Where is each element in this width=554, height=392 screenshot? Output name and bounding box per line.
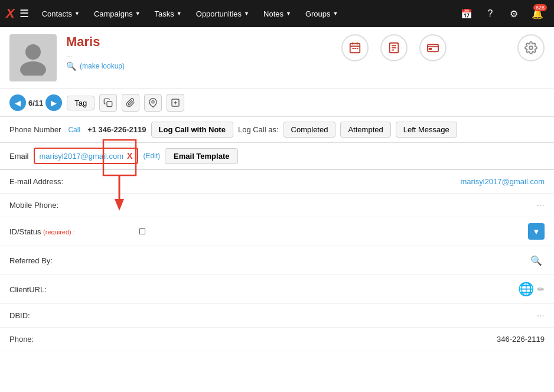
calendar-action-icon[interactable] xyxy=(341,34,369,61)
nav-contacts[interactable]: Contacts ▼ xyxy=(36,0,86,27)
hamburger-icon[interactable]: ☰ xyxy=(19,7,29,20)
status-dropdown-button[interactable]: ▼ xyxy=(528,223,545,240)
email-address-link[interactable]: marisyl2017@gmail.com xyxy=(40,152,124,161)
location-icon[interactable] xyxy=(144,94,162,112)
checkbox-icon xyxy=(139,228,145,234)
field-label-clienturl: ClientURL: xyxy=(9,285,128,294)
help-icon[interactable]: ? xyxy=(480,3,501,24)
svg-rect-15 xyxy=(429,48,432,50)
logo-area: X ☰ xyxy=(6,6,29,21)
field-label-dbid: DBID: xyxy=(9,311,128,320)
tag-button[interactable]: Tag xyxy=(67,96,94,110)
phone-number-value: +1 346-226-2119 xyxy=(87,125,146,134)
calendar-icon[interactable]: 📅 xyxy=(456,3,477,24)
svg-rect-17 xyxy=(107,102,112,107)
field-dbid: DBID: ··· xyxy=(0,304,554,328)
profile-search-row: 🔍 (make lookup) xyxy=(66,61,341,71)
left-message-button[interactable]: Left Message xyxy=(396,122,457,138)
email-template-button[interactable]: Email Template xyxy=(165,148,238,164)
field-value-mobile: ··· xyxy=(128,200,545,211)
nav-groups[interactable]: Groups ▼ xyxy=(299,0,344,27)
search-icon[interactable]: 🔍 xyxy=(66,61,76,71)
prev-button[interactable]: ◀ xyxy=(9,94,26,111)
edit-email-link[interactable]: (Edit) xyxy=(143,152,160,160)
field-label-email: E-mail Address: xyxy=(9,177,128,186)
field-phone: Phone: 346-226-2119 xyxy=(0,328,554,351)
field-email-address: E-mail Address: marisyl2017@gmail.com xyxy=(0,170,554,194)
profile-actions xyxy=(341,34,545,61)
field-label-referredby: Referred By: xyxy=(9,256,128,265)
log-call-as-label: Log Call as: xyxy=(238,125,279,134)
notification-badge: 626 xyxy=(533,4,547,11)
chevron-down-icon: ▼ xyxy=(333,11,338,17)
remove-email-button[interactable]: X xyxy=(127,151,132,161)
completed-button[interactable]: Completed xyxy=(283,122,336,138)
field-action-idstatus: ▼ xyxy=(528,223,545,240)
field-value-dbid: ··· xyxy=(537,311,545,321)
settings-action-icon[interactable] xyxy=(517,34,545,61)
make-lookup-link[interactable]: (make lookup) xyxy=(80,62,125,70)
field-value-phone: 346-226-2119 xyxy=(128,335,545,344)
field-label-idstatus: ID/Status (required) : xyxy=(9,227,128,236)
notes-action-icon[interactable] xyxy=(380,34,408,61)
profile-section: Maris ... 🔍 (make lookup) xyxy=(0,27,554,89)
search-icon[interactable]: 🔍 xyxy=(528,252,545,269)
profile-info: Maris ... 🔍 (make lookup) xyxy=(66,34,341,71)
email-row: Email marisyl2017@gmail.com X (Edit) Ema… xyxy=(0,143,554,170)
field-id-status: ID/Status (required) : ▼ xyxy=(0,217,554,246)
field-action-clienturl: 🌐 ✏ xyxy=(517,281,545,298)
avatar xyxy=(9,34,57,81)
copy-icon[interactable] xyxy=(99,94,117,112)
svg-point-1 xyxy=(20,61,46,76)
next-button[interactable]: ▶ xyxy=(45,94,62,111)
field-value-email: marisyl2017@gmail.com xyxy=(128,177,545,186)
toolbar: ◀ 6/11 ▶ Tag xyxy=(0,89,554,117)
chevron-down-icon: ▼ xyxy=(286,11,291,17)
phone-row: Phone Number Call +1 346-226-2119 Log Ca… xyxy=(0,117,554,143)
svg-point-18 xyxy=(152,101,154,103)
profile-name: Maris xyxy=(66,34,341,50)
chevron-down-icon: ▼ xyxy=(135,11,141,17)
nav-campaigns[interactable]: Campaigns ▼ xyxy=(88,0,146,27)
svg-point-16 xyxy=(529,46,533,50)
svg-rect-8 xyxy=(357,48,359,49)
gear-icon[interactable]: ⚙ xyxy=(503,3,524,24)
field-mobile-phone: Mobile Phone: ··· xyxy=(0,194,554,217)
svg-point-0 xyxy=(25,44,41,60)
nav-notes[interactable]: Notes ▼ xyxy=(258,0,297,27)
required-text: (required) : xyxy=(43,228,75,236)
edit-pencil-icon[interactable]: ✏ xyxy=(537,285,545,294)
chevron-down-icon: ▼ xyxy=(177,11,182,17)
email-label: Email xyxy=(9,152,29,161)
nav-position: 6/11 xyxy=(28,99,43,107)
field-client-url: ClientURL: 🌐 ✏ xyxy=(0,275,554,304)
nav-prev-next: ◀ 6/11 ▶ xyxy=(9,94,62,111)
svg-rect-6 xyxy=(352,48,354,49)
navbar: X ☰ Contacts ▼ Campaigns ▼ Tasks ▼ Oppor… xyxy=(0,0,554,27)
field-value-idstatus xyxy=(128,227,528,236)
attempted-button[interactable]: Attempted xyxy=(340,122,390,138)
payment-action-icon[interactable] xyxy=(419,34,447,61)
logo-x-icon: X xyxy=(6,6,15,21)
www-icon[interactable]: 🌐 xyxy=(517,281,534,298)
chevron-down-icon: ▼ xyxy=(244,11,249,17)
bell-icon[interactable]: 🔔 626 xyxy=(527,3,548,24)
export-icon[interactable] xyxy=(167,94,184,112)
paperclip-icon[interactable] xyxy=(122,94,139,112)
chevron-down-icon: ▼ xyxy=(74,11,80,17)
field-referred-by: Referred By: 🔍 xyxy=(0,246,554,275)
nav-tasks[interactable]: Tasks ▼ xyxy=(149,0,188,27)
fields-section: E-mail Address: marisyl2017@gmail.com Mo… xyxy=(0,170,554,351)
field-label-phone: Phone: xyxy=(9,335,128,344)
email-box: marisyl2017@gmail.com X xyxy=(34,148,139,164)
call-link[interactable]: Call xyxy=(68,126,80,134)
profile-subtitle: ... xyxy=(66,51,341,59)
field-action-referredby: 🔍 xyxy=(528,252,545,269)
nav-opportunities[interactable]: Opportunities ▼ xyxy=(190,0,255,27)
field-label-mobile: Mobile Phone: xyxy=(9,201,128,210)
svg-rect-7 xyxy=(354,48,356,49)
phone-number-label: Phone Number xyxy=(9,125,61,134)
log-call-button[interactable]: Log Call with Note xyxy=(151,122,233,138)
